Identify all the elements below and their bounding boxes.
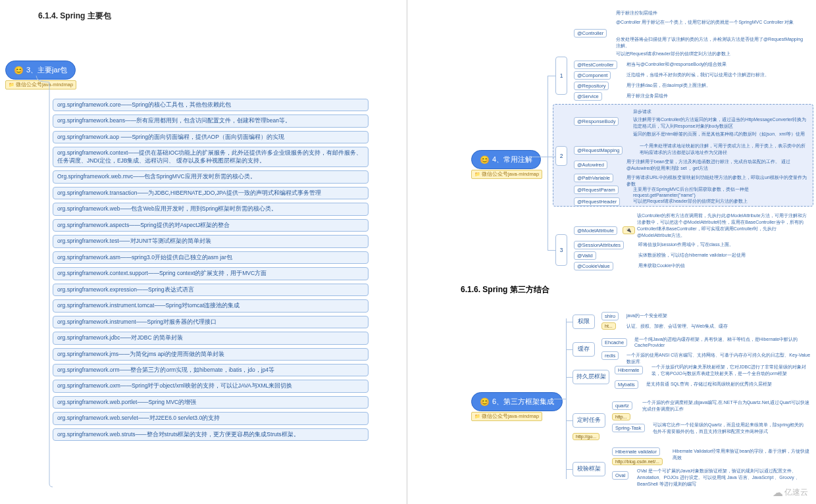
- desc-auto: 用于注解用于bean变量，方法及构造函数进行标注，完成自动装配的工作。 通过 @…: [624, 158, 809, 172]
- node-modelattribute[interactable]: @ModelAttribute: [574, 226, 617, 235]
- root-third[interactable]: 😊 6、第三方框架集成: [471, 392, 563, 411]
- conn-r6h: [554, 399, 566, 399]
- node-mybatis[interactable]: Mybatis: [615, 380, 638, 389]
- node-perm[interactable]: 权限: [573, 315, 595, 329]
- node-redis[interactable]: redis: [601, 351, 619, 360]
- node-oval[interactable]: Oval: [612, 471, 628, 480]
- c-task: [566, 420, 573, 421]
- desc-rb0: 异步请求: [630, 108, 654, 116]
- footer-tag-4: 微信公众号java-mindmap: [471, 170, 542, 179]
- node-controller[interactable]: @Controller: [574, 29, 607, 38]
- jar-item[interactable]: org.springframework.aop ——Spring的面向切面编程，…: [53, 131, 369, 143]
- node-validfw[interactable]: 校验框架: [573, 462, 605, 476]
- node-hibernate[interactable]: Hibernate: [615, 366, 643, 374]
- section-616-title: 6.1.6. Spring 第三方结合: [461, 284, 549, 295]
- desc-ctrl1: @Controller 用于标记在一个类上，使用它标记的类就是一个SpringM…: [613, 18, 796, 26]
- jar-item[interactable]: org.springframework.orm——整合第三方的orm实现，如hi…: [53, 364, 369, 376]
- node-service[interactable]: @Service: [574, 92, 602, 101]
- root-anno[interactable]: 😊 4、常用注解: [471, 150, 541, 169]
- jar-item[interactable]: org.springframework.web——包含Web应用开发时，用到Sp…: [53, 203, 369, 215]
- jar-item[interactable]: org.springframework.web.servlet——对J2EE6.…: [53, 412, 369, 424]
- desc-svc: 用于标注业务层组件: [624, 92, 671, 100]
- desc-ctrl3: 可以把Request请求header部分的值绑定到方法的参数上: [613, 50, 733, 58]
- jar-item[interactable]: org.springframework.context——提供在基础IOC功能上…: [53, 147, 369, 167]
- desc-ma: 该Controller的所有方法在调用前，先执行此@ModelAttribute…: [634, 212, 811, 239]
- jar-item[interactable]: org.springframework.oxm——Spring对于object/…: [53, 380, 369, 392]
- jar-item[interactable]: org.springframework.context.support——Spr…: [53, 267, 369, 280]
- node-cookievalue[interactable]: @CookieValue: [574, 262, 613, 270]
- desc-rm: 一个用来处理请求地址映射的注解，可用于类或方法上，用于类上，表示类中的所有响应请…: [637, 142, 809, 157]
- node-springtask[interactable]: Spring-Task: [612, 424, 645, 432]
- node-repository[interactable]: @Repository: [574, 82, 609, 90]
- node-requestmapping[interactable]: @RequestMapping: [574, 146, 623, 155]
- root-jar-label: 3、主要jar包: [26, 65, 67, 75]
- smile-icon: 😊: [14, 66, 24, 75]
- jar-item[interactable]: org.springframework.expression——Spring表达…: [53, 284, 369, 296]
- c-perm: [566, 322, 573, 322]
- footer-tag-6: 微信公众号java-mindmap: [471, 412, 542, 421]
- desc-sa: 即将值放到session作用域中，写在class上面。: [636, 241, 736, 249]
- jar-item[interactable]: org.springframework.instrument.tomcat——S…: [53, 299, 369, 312]
- node-sessionattributes[interactable]: @SessionAttributes: [574, 241, 624, 249]
- jar-item[interactable]: org.springframework.instrument——Spring对服…: [53, 316, 369, 328]
- desc-rh: 可以把Request请求header部分的值绑定到方法的参数上: [630, 197, 750, 205]
- conn-g1: [548, 76, 555, 76]
- jar-item[interactable]: org.springframework.test——对JUNIT等测试框架的简单…: [53, 235, 369, 247]
- node-requestheader[interactable]: @RequestHeader: [574, 197, 620, 206]
- desc-shiro2: 认证、授权、加密、会话管理、与Web集成、缓存: [624, 322, 730, 330]
- node-orm[interactable]: 持久层框架: [573, 370, 609, 384]
- desc-st: 可以将它比作一个轻量级的Quartz，而且使用起来很简单，除spring相关的包…: [650, 421, 811, 436]
- node-pathvariable[interactable]: @PathVariable: [574, 174, 613, 182]
- node-restcontroller[interactable]: @RestController: [574, 61, 617, 69]
- c-valid: [566, 469, 573, 470]
- desc-ctrl2: 分发处理器将会扫描使用了该注解的类的方法，并检测该方法是否使用了@Request…: [613, 36, 811, 50]
- node-shiro-ht[interactable]: ht...: [601, 322, 616, 330]
- jar-item[interactable]: org.springframework.web.struts——整合对strut…: [53, 428, 369, 441]
- node-hvlink[interactable]: http://blog.csdn.net/...: [612, 458, 663, 465]
- node-quartz[interactable]: quartz: [612, 401, 632, 410]
- desc-hibernate: 一个开放源代码的对象关系映射框架，它对JDBC进行了非常轻量级的对象封装，它将P…: [649, 363, 812, 378]
- jar-item[interactable]: org.springframework.beans——所有应用都用到，包含访问配…: [53, 114, 369, 127]
- jar-item[interactable]: org.springframework.jms——为简化jms api的使用而做…: [53, 348, 369, 361]
- jar-item[interactable]: org.springframework.transaction——为JDBC,H…: [53, 187, 369, 199]
- conn-r6v: [566, 318, 567, 479]
- jar-item[interactable]: Org.springframework.web.mvc——包含SpringMVC…: [53, 170, 369, 183]
- jar-item[interactable]: org.springframework.aspects——Spring提供的对A…: [53, 219, 369, 232]
- node-hv[interactable]: Hibernate validator: [612, 447, 660, 456]
- desc-quartz: 一个开源的作业调度框架,由java编写,在.NET平台为Quartz.Net,通…: [640, 399, 812, 413]
- group2-num: 2: [555, 146, 567, 166]
- c-orm: [566, 377, 573, 378]
- c-cache: [566, 349, 573, 350]
- conn-v: [548, 76, 548, 250]
- root-third-label: 6、第三方框架集成: [492, 397, 554, 407]
- node-task[interactable]: 定时任务: [573, 413, 605, 428]
- desc-shiro: java的一个安全框架: [624, 312, 670, 320]
- jar-item[interactable]: org.springframework.jdbc——对JDBC 的简单封装: [53, 332, 369, 344]
- desc-rb1: 该注解用于将Controller的方法返回的对象，通过适当的HttpMessag…: [630, 116, 809, 130]
- jar-item[interactable]: org.springframework.asm——spring3.0开始提供自己…: [53, 251, 369, 264]
- node-http[interactable]: http...: [612, 413, 630, 420]
- desc-ctrl0: 用于标注控制层组件: [613, 9, 660, 17]
- node-httpgo[interactable]: http://go...: [573, 433, 599, 440]
- node-cache[interactable]: 缓存: [573, 342, 595, 357]
- node-ehcache[interactable]: Ehcache: [601, 338, 627, 347]
- node-responsebody[interactable]: @ResponseBody: [574, 117, 619, 126]
- desc-oval: OVal 是一个可扩展的Java对象数据验证框架，验证的规则可以通过配置文件、A…: [634, 467, 812, 488]
- desc-mybatis: 是支持普通 SQL查询，存储过程和高级映射的优秀持久层框架: [644, 380, 775, 388]
- jar-item[interactable]: org.springframework.web.portlet——Spring …: [53, 396, 369, 409]
- smile-icon: 😊: [480, 155, 490, 164]
- node-valid[interactable]: @Valid: [574, 251, 596, 260]
- plug-icon: 🔌: [623, 226, 635, 234]
- desc-rp: 主要用于在SpringMVC后台控制层获取参数，类似一种是request.get…: [630, 186, 811, 198]
- page-divider: [407, 0, 407, 504]
- jar-item[interactable]: org.springframework.core——Spring的核心工具包，其…: [53, 99, 369, 111]
- root-anno-label: 4、常用注解: [492, 155, 532, 164]
- desc-vld: 实体数据校验，可以结合hibernate validator一起使用: [636, 251, 748, 259]
- desc-repo: 用于注解dao层，在daoImpl类上面注解。: [624, 82, 713, 89]
- node-shiro[interactable]: shiro: [601, 312, 619, 320]
- node-requestparam[interactable]: @RequestParam: [574, 186, 619, 194]
- conn-g2: [548, 157, 555, 157]
- group1-num: 1: [555, 57, 567, 95]
- node-autowired[interactable]: @Autowired: [574, 161, 607, 169]
- node-component[interactable]: @Component: [574, 71, 611, 80]
